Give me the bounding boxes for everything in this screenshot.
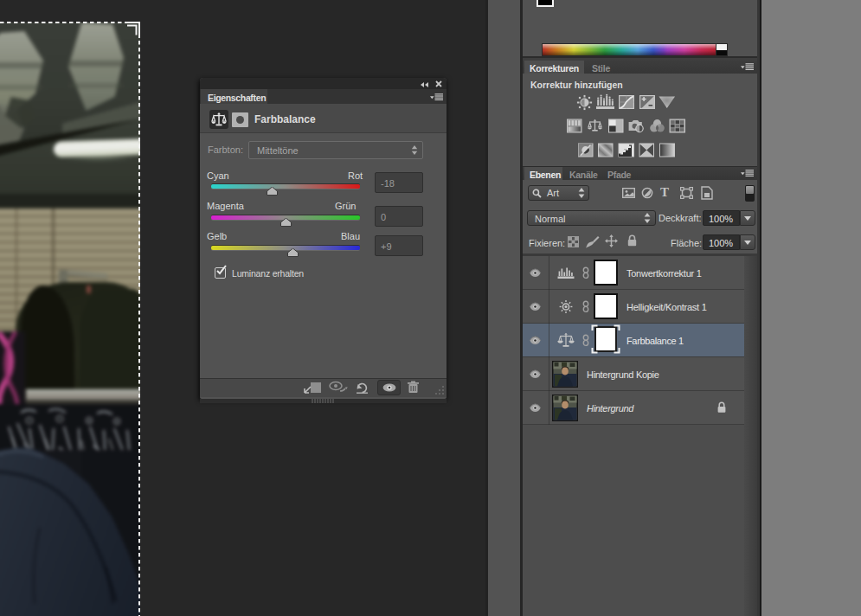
svg-text:Hintergrund Kopie: Hintergrund Kopie bbox=[587, 369, 659, 380]
svg-text:Helligkeit/Kontrast 1: Helligkeit/Kontrast 1 bbox=[626, 302, 707, 312]
svg-text:Farbbalance 1: Farbbalance 1 bbox=[626, 336, 684, 346]
svg-text:Tonwertkorrektur 1: Tonwertkorrektur 1 bbox=[626, 268, 702, 279]
svg-text:Hintergrund: Hintergrund bbox=[587, 403, 634, 414]
